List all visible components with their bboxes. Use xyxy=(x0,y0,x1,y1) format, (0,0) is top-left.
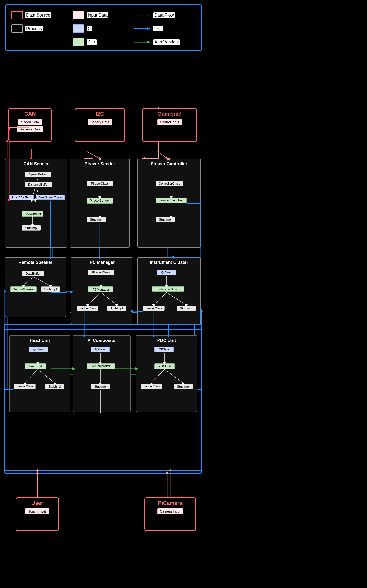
svg-marker-84 xyxy=(49,285,52,288)
data-flow-arrow-icon xyxy=(134,13,151,17)
pdc-unit-process: PDC Unit QtClass PDCUnit SenderClass Stu… xyxy=(136,335,197,412)
can-speed-data: Speed Data xyxy=(18,119,42,125)
instrument-cluster-process: Instrument Cluster QtClass InstrumentClu… xyxy=(137,257,201,324)
svg-line-94 xyxy=(154,292,167,305)
piracer-controller-process: Piracer Controller ControllerClass Pirac… xyxy=(137,159,201,248)
ic-inner-arrows xyxy=(138,258,201,325)
head-unit-process: Head Unit QtClass HeadUnit SenderClass S… xyxy=(9,335,70,412)
svg-marker-67 xyxy=(34,200,37,202)
app-window-arrow-icon xyxy=(134,40,151,44)
ipc-arrow-icon xyxy=(134,26,151,31)
gamepad-title: Gamepad xyxy=(145,111,194,117)
svg-line-81 xyxy=(23,277,33,286)
legend-ipc-label: IPC xyxy=(153,26,163,32)
i2c-title: I2C xyxy=(78,111,121,117)
legend-data-flow-label: Data Flow xyxy=(153,13,175,18)
svg-marker-77 xyxy=(170,196,173,199)
data-source-icon xyxy=(11,11,23,19)
legend-cpp-lang: C++ xyxy=(73,36,134,48)
svg-line-90 xyxy=(101,292,117,305)
svg-marker-117 xyxy=(182,383,185,386)
svg-line-66 xyxy=(35,187,38,200)
legend-data-source-label: Data Source xyxy=(25,13,51,18)
can-datasource: CAN Speed Data Distance Data xyxy=(8,108,52,142)
legend-app-window: App Window xyxy=(134,36,196,48)
svg-marker-74 xyxy=(98,216,101,218)
legend-cpp-label: C++ xyxy=(87,40,97,45)
svg-marker-102 xyxy=(23,383,26,386)
legend-data-flow: Data Flow xyxy=(134,9,196,21)
svg-marker-72 xyxy=(98,196,101,199)
svg-marker-97 xyxy=(185,305,188,307)
ipc-manager-process: IPC Manager PiracerClass IPCManager Send… xyxy=(71,257,132,324)
svg-marker-50 xyxy=(36,471,39,474)
remote-speaker-process: Remote Speaker DataBuffer RemoteSpeaker … xyxy=(5,257,66,317)
i2c-battery-data: Battery Data xyxy=(88,119,112,125)
svg-marker-89 xyxy=(86,305,89,307)
svg-marker-104 xyxy=(53,383,56,386)
legend-process-label: Process xyxy=(25,26,43,32)
svg-line-103 xyxy=(38,369,55,383)
svg-line-83 xyxy=(33,277,50,286)
can-sender-inner-arrows xyxy=(5,159,68,248)
legend-ipc: IPC xyxy=(134,23,196,34)
legend-app-window-label: App Window xyxy=(153,40,180,45)
legend-input-data: Input Data xyxy=(73,9,134,21)
svg-marker-100 xyxy=(36,362,39,365)
user-datasource: User Touch Input xyxy=(16,497,59,531)
svg-line-64 xyxy=(32,178,38,200)
svg-line-96 xyxy=(167,292,186,305)
gamepad-datasource: Gamepad Control Input xyxy=(142,108,197,142)
picamera-camera-input: Camera Input xyxy=(157,508,183,515)
piracer-sender-process: Piracer Sender PiracerClass PiracerSende… xyxy=(70,159,130,248)
svg-line-101 xyxy=(25,369,38,383)
ivi-compositor-process: IVI Compositor QtClass IVICompositor Stu… xyxy=(73,335,131,412)
svg-marker-91 xyxy=(115,305,118,307)
process-icon xyxy=(11,24,23,33)
svg-marker-5 xyxy=(147,40,150,43)
i2c-datasource: I2C Battery Data xyxy=(75,108,125,142)
svg-marker-65 xyxy=(30,200,33,202)
svg-marker-3 xyxy=(147,27,150,30)
legend-data-source: Data Source xyxy=(11,9,73,21)
pdc-inner-arrows xyxy=(136,336,198,413)
legend-c-lang: C xyxy=(73,23,134,34)
svg-line-160 xyxy=(87,151,100,159)
svg-line-162 xyxy=(158,151,167,159)
svg-marker-70 xyxy=(31,224,34,227)
svg-marker-82 xyxy=(22,285,25,288)
legend-c-label: C xyxy=(87,26,92,32)
ivi-inner-arrows xyxy=(73,336,131,413)
legend: Data Source Input Data Data Flow Process… xyxy=(5,4,202,51)
svg-marker-95 xyxy=(152,305,155,307)
svg-marker-93 xyxy=(165,285,168,288)
can-distance-data: Distance Data xyxy=(17,126,43,132)
c-lang-icon xyxy=(73,24,84,33)
diagram: CAN Speed Data Distance Data I2C Battery… xyxy=(0,55,207,584)
piracer-ctrl-inner-arrows xyxy=(138,159,201,248)
svg-marker-87 xyxy=(100,285,102,288)
svg-line-114 xyxy=(151,369,165,383)
gamepad-control-input: Control Input xyxy=(157,119,182,125)
svg-marker-107 xyxy=(99,362,102,365)
svg-marker-52 xyxy=(166,471,169,474)
cpp-lang-icon xyxy=(73,38,84,46)
user-title: User xyxy=(19,500,55,506)
hu-inner-arrows xyxy=(10,336,71,413)
svg-marker-1 xyxy=(147,14,150,16)
user-touch-input: Touch Input xyxy=(25,508,49,515)
svg-line-88 xyxy=(88,292,101,305)
svg-marker-111 xyxy=(99,412,102,413)
svg-marker-109 xyxy=(99,383,102,386)
svg-marker-113 xyxy=(163,362,166,365)
svg-line-116 xyxy=(165,369,183,383)
input-data-icon xyxy=(73,11,84,19)
can-title: CAN xyxy=(12,111,48,117)
legend-process: Process xyxy=(11,23,73,34)
picamera-datasource: PiCamera Camera Input xyxy=(144,497,196,531)
can-sender-process: CAN Sender SpeedBuffer DistanceBuffer Re… xyxy=(5,159,67,248)
piracer-sender-inner-arrows xyxy=(70,159,130,248)
legend-input-data-label: Input Data xyxy=(87,13,108,18)
svg-marker-79 xyxy=(170,216,173,218)
remote-speaker-inner-arrows xyxy=(5,258,67,318)
